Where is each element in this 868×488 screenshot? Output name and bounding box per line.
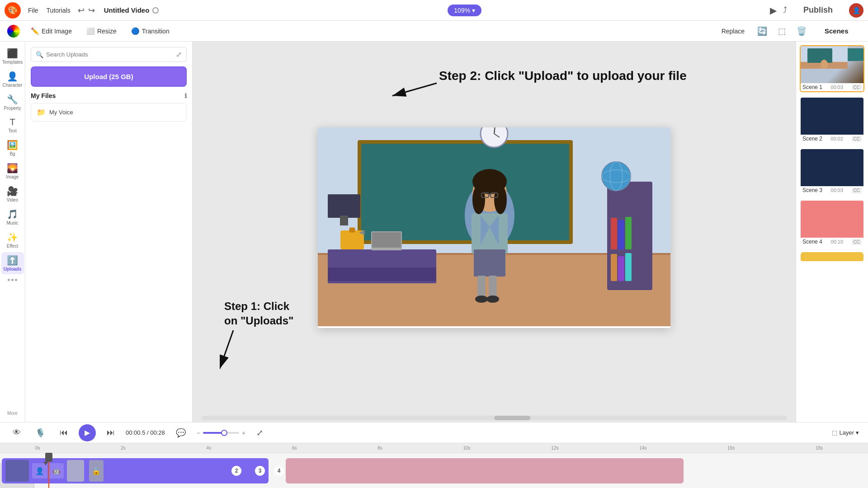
edit-image-button[interactable]: ✏️ Edit Image	[27, 25, 75, 37]
track-1-icons: 👤 🤖	[32, 463, 64, 479]
volume-slider[interactable]: − +	[197, 429, 245, 436]
svg-text:on "Uploads": on "Uploads"	[224, 314, 293, 327]
menu-tutorials[interactable]: Tutorials	[47, 7, 71, 14]
svg-rect-30	[489, 276, 497, 298]
svg-text:Step 2: Click "Upload" to uplo: Step 2: Click "Upload" to upload your fi…	[439, 69, 687, 83]
svg-rect-21	[349, 228, 355, 232]
sidebar-item-uploads[interactable]: ⬆️ Uploads	[1, 252, 24, 274]
sidebar-item-image[interactable]: 🌄 Image	[1, 160, 24, 182]
sidebar-item-video[interactable]: 🎥 Video	[1, 183, 24, 205]
canvas-area: Step 2: Click "Upload" to upload your fi…	[193, 42, 796, 422]
expand-icon[interactable]: ⤢	[176, 50, 182, 59]
ruler-10s: 10s	[463, 446, 470, 450]
svg-point-35	[472, 185, 485, 214]
resize-button[interactable]: ⬜ Resize	[83, 25, 120, 37]
app-logo[interactable]: 🎨	[5, 2, 21, 19]
sidebar-item-bg[interactable]: 🖼️ Bg	[1, 137, 24, 159]
scene-4-info: Scene 4 00:10 CC	[801, 238, 863, 246]
publish-button[interactable]: Publish	[793, 2, 843, 19]
undo-button[interactable]: ↩	[78, 5, 85, 15]
sidebar-item-property[interactable]: 🔧 Property	[1, 91, 24, 113]
svg-point-32	[486, 296, 499, 303]
delete-icon-button[interactable]: 🗑️	[795, 24, 808, 38]
scene-thumb-1	[801, 46, 864, 83]
sidebar-item-character[interactable]: 👤 Character	[1, 68, 24, 90]
sidebar-more-label[interactable]: More	[5, 408, 20, 418]
track-badge-3: 3	[255, 466, 265, 476]
svg-point-41	[602, 162, 631, 191]
plus-icon: +	[242, 429, 245, 436]
user-avatar[interactable]: 👤	[849, 3, 863, 18]
svg-rect-49	[625, 253, 632, 281]
topbar-right: ▶ ⤴ Publish 👤	[770, 2, 863, 19]
sidebar-item-templates[interactable]: ⬛ Templates	[1, 45, 24, 67]
search-input[interactable]	[46, 51, 173, 58]
folder-icon: 📁	[37, 108, 46, 117]
my-voice-item[interactable]: 📁 My Voice	[31, 103, 187, 122]
timeline-track-2[interactable]	[286, 458, 684, 483]
zoom-button[interactable]: 109% ▾	[448, 5, 481, 16]
layer-selector[interactable]: ⬚ Layer ▾	[832, 429, 859, 436]
track-thumb-2	[67, 460, 84, 482]
my-files-info-icon[interactable]: ℹ	[184, 92, 187, 99]
my-files-header: My Files ℹ	[31, 92, 187, 99]
layer-label: Layer	[839, 429, 854, 436]
ruler-2s: 2s	[121, 446, 126, 450]
expand-timeline-button[interactable]: ⤢	[253, 426, 267, 440]
timeline-track-1[interactable]: 👤 🤖 🔒 2 3	[2, 458, 269, 483]
bottom-controls: 👁 🎙️ ⏮ ▶ ⏭ 00:00.5 / 00:28 💬 − + ⤢ ⬚ Lay…	[0, 422, 868, 443]
scene-item-3[interactable]: Scene 3 00:03 CC	[800, 148, 864, 195]
my-voice-label: My Voice	[49, 109, 73, 116]
eye-button[interactable]: 👁	[9, 426, 24, 439]
main-area: ⬛ Templates 👤 Character 🔧 Property T Tex…	[0, 42, 868, 422]
search-container: 🔍 ⤢	[31, 47, 187, 62]
skip-back-button[interactable]: ⏮	[56, 426, 71, 439]
scene-item-1[interactable]: Scene 1 00:03 CC	[800, 45, 864, 92]
volume-track[interactable]	[203, 432, 239, 434]
scene-4-cc: CC	[852, 239, 862, 245]
play-button[interactable]: ▶	[79, 424, 96, 441]
timeline-tracks-container: 00:03 👤 🤖 🔒 2	[0, 453, 868, 488]
canvas-scroll-thumb[interactable]	[494, 416, 530, 420]
refresh-icon-button[interactable]: 🔄	[755, 24, 769, 38]
menu-file[interactable]: File	[28, 7, 38, 14]
ruler-6s: 6s	[292, 446, 297, 450]
scene-item-4[interactable]: Scene 4 00:10 CC	[800, 200, 864, 247]
svg-rect-52	[807, 48, 832, 63]
svg-point-53	[821, 60, 828, 69]
scenes-panel: Scene 1 00:03 CC Scene 2 00:02 CC Scene …	[796, 42, 868, 422]
sidebar-item-music[interactable]: 🎵 Music	[1, 206, 24, 228]
sidebar-item-text[interactable]: T Text	[1, 114, 24, 136]
skip-forward-button[interactable]: ⏭	[103, 426, 118, 439]
topbar-menu: File Tutorials	[28, 7, 71, 14]
svg-rect-17	[340, 216, 348, 225]
collapse-panel-button[interactable]: ◀	[359, 228, 364, 236]
svg-rect-47	[611, 254, 617, 281]
scene-item-2[interactable]: Scene 2 00:02 CC	[800, 97, 864, 144]
svg-line-6	[220, 330, 233, 369]
playhead-handle[interactable]	[45, 453, 52, 462]
scene-1-time: 00:03	[831, 84, 844, 90]
playhead-triangle	[43, 462, 48, 465]
volume-thumb[interactable]	[221, 430, 227, 436]
transition-button[interactable]: 🔵 Transition	[127, 25, 173, 37]
scene-item-5[interactable]	[800, 251, 864, 262]
layout-icon-button[interactable]: ⬚	[776, 24, 788, 38]
canvas-scrollbar[interactable]	[202, 416, 787, 420]
captions-button[interactable]: 💬	[172, 426, 189, 440]
mic-button[interactable]: 🎙️	[32, 426, 49, 440]
color-picker[interactable]	[7, 25, 20, 38]
scene-2-cc: CC	[852, 136, 862, 142]
preview-button[interactable]: ▶	[770, 5, 777, 16]
timeline-ruler: 0s 2s 4s 6s 8s 10s 12s 14s 16s 18s	[0, 443, 868, 453]
sidebar-item-effect[interactable]: ✨ Effect	[1, 229, 24, 251]
share-button[interactable]: ⤴	[783, 5, 787, 15]
uploads-panel: 🔍 ⤢ Upload (25 GB) My Files ℹ 📁 My Voice	[25, 42, 193, 422]
playhead[interactable]	[48, 453, 49, 488]
replace-button[interactable]: Replace	[722, 28, 745, 35]
redo-button[interactable]: ↪	[88, 5, 95, 15]
svg-rect-28	[474, 249, 505, 277]
video-title[interactable]: Untitled Video	[104, 6, 160, 14]
upload-button[interactable]: Upload (25 GB)	[31, 66, 187, 87]
undo-redo: ↩ ↪	[78, 5, 95, 15]
